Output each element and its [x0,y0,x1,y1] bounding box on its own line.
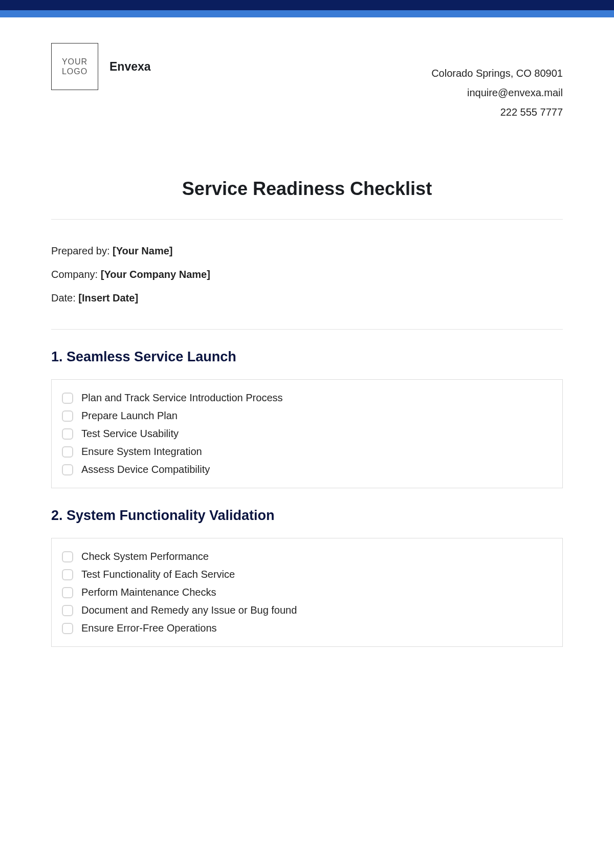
checkbox[interactable] [62,410,73,422]
check-item-label: Ensure System Integration [81,446,202,458]
meta-prepared-by-value: [Your Name] [113,245,172,256]
check-item-label: Assess Device Compatibility [81,464,210,475]
checkbox[interactable] [62,569,73,580]
meta-prepared-by: Prepared by: [Your Name] [51,239,563,263]
checkbox[interactable] [62,446,73,458]
sections-container: 1. Seamless Service LaunchPlan and Track… [51,349,563,647]
checklist-box: Check System PerformanceTest Functionali… [51,538,563,647]
top-bar-dark [0,0,614,10]
meta-date-label: Date: [51,292,78,303]
check-item-label: Ensure Error-Free Operations [81,622,217,634]
checkbox[interactable] [62,623,73,634]
divider-bottom [51,329,563,330]
check-item: Prepare Launch Plan [62,407,552,425]
logo-placeholder: YOUR LOGO [51,43,98,90]
checkbox[interactable] [62,428,73,440]
meta-company-label: Company: [51,269,101,280]
logo-text-line2: LOGO [62,67,87,76]
document-title: Service Readiness Checklist [51,178,563,200]
check-item-label: Plan and Track Service Introduction Proc… [81,392,283,404]
meta-prepared-by-label: Prepared by: [51,245,113,256]
check-item: Perform Maintenance Checks [62,583,552,601]
check-item: Plan and Track Service Introduction Proc… [62,389,552,407]
check-item: Ensure System Integration [62,443,552,461]
check-item-label: Check System Performance [81,551,209,562]
contact-email: inquire@envexa.mail [431,83,563,102]
check-item-label: Test Functionality of Each Service [81,569,235,580]
section-title: 1. Seamless Service Launch [51,349,563,365]
section-title: 2. System Functionality Validation [51,508,563,524]
checkbox[interactable] [62,393,73,404]
check-item-label: Perform Maintenance Checks [81,587,216,598]
check-item: Check System Performance [62,548,552,566]
check-item-label: Document and Remedy any Issue or Bug fou… [81,604,297,616]
divider-top [51,219,563,220]
meta-block: Prepared by: [Your Name] Company: [Your … [51,239,563,310]
checkbox[interactable] [62,605,73,616]
meta-date-value: [Insert Date] [78,292,138,303]
check-item: Assess Device Compatibility [62,461,552,479]
top-bar-light [0,10,614,17]
meta-date: Date: [Insert Date] [51,286,563,310]
check-item: Test Service Usability [62,425,552,443]
check-item: Ensure Error-Free Operations [62,619,552,637]
check-item: Document and Remedy any Issue or Bug fou… [62,601,552,619]
contact-phone: 222 555 7777 [431,102,563,122]
check-item: Test Functionality of Each Service [62,566,552,583]
checkbox[interactable] [62,464,73,475]
contact-block: Colorado Springs, CO 80901 inquire@envex… [431,43,563,122]
contact-address: Colorado Springs, CO 80901 [431,63,563,83]
meta-company: Company: [Your Company Name] [51,263,563,286]
header-row: YOUR LOGO Envexa Colorado Springs, CO 80… [51,43,563,122]
logo-text-line1: YOUR [62,57,87,67]
logo-block: YOUR LOGO Envexa [51,43,151,90]
check-item-label: Test Service Usability [81,428,179,440]
checkbox[interactable] [62,587,73,598]
company-name: Envexa [109,60,151,74]
document-content: YOUR LOGO Envexa Colorado Springs, CO 80… [0,17,614,688]
check-item-label: Prepare Launch Plan [81,410,178,422]
meta-company-value: [Your Company Name] [101,269,210,280]
checklist-box: Plan and Track Service Introduction Proc… [51,379,563,488]
checkbox[interactable] [62,551,73,562]
